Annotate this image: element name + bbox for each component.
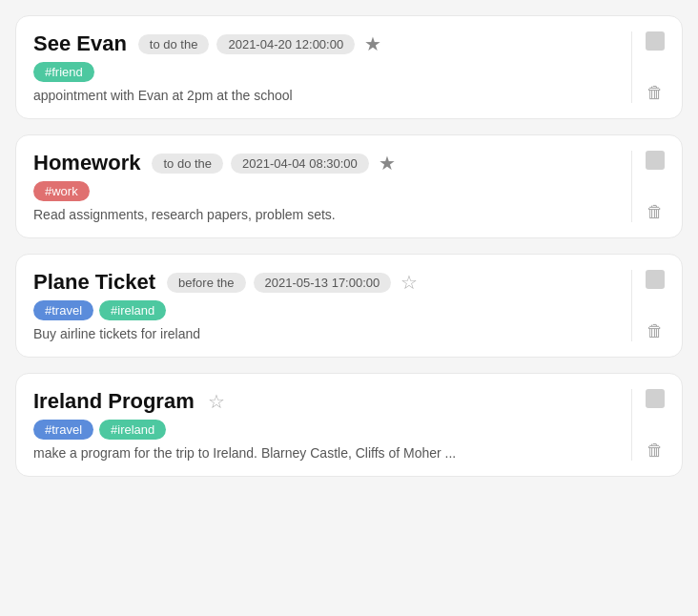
task-datetime-pill: 2021-04-20 12:00:00 <box>216 34 355 54</box>
task-description: appointment with Evan at 2pm at the scho… <box>33 88 618 103</box>
task-qualifier-pill: to do the <box>138 34 210 54</box>
tags-row: #work <box>33 181 618 201</box>
task-title: See Evan <box>33 31 127 56</box>
tags-row: #friend <box>33 62 618 82</box>
trash-icon[interactable]: 🗑 <box>647 202 664 222</box>
task-checkbox[interactable] <box>646 151 665 170</box>
task-actions: 🗑 <box>631 270 665 341</box>
task-qualifier-pill: before the <box>167 273 246 293</box>
task-actions: 🗑 <box>631 31 665 103</box>
task-datetime-pill: 2021-04-04 08:30:00 <box>231 154 369 174</box>
task-actions: 🗑 <box>631 151 665 222</box>
task-title: Homework <box>33 151 140 175</box>
task-actions: 🗑 <box>631 389 665 461</box>
task-qualifier-pill: to do the <box>152 154 223 174</box>
task-description: make a program for the trip to Ireland. … <box>33 445 618 461</box>
tags-row: #travel#ireland <box>33 300 618 320</box>
task-card-1: See Evanto do the2021-04-20 12:00:00★#fr… <box>15 15 683 119</box>
star-icon[interactable]: ☆ <box>400 271 418 294</box>
task-checkbox[interactable] <box>646 270 665 289</box>
tags-row: #travel#ireland <box>33 420 618 440</box>
task-card-4: Ireland Program☆#travel#irelandmake a pr… <box>15 373 683 477</box>
star-icon[interactable]: ★ <box>379 152 396 175</box>
tag-travel: #travel <box>33 420 93 440</box>
task-title: Ireland Program <box>33 389 195 414</box>
trash-icon[interactable]: 🗑 <box>647 441 664 461</box>
task-main-3: Plane Ticketbefore the2021-05-13 17:00:0… <box>33 270 618 341</box>
task-header-3: Plane Ticketbefore the2021-05-13 17:00:0… <box>33 270 618 295</box>
task-checkbox[interactable] <box>646 31 665 51</box>
task-main-1: See Evanto do the2021-04-20 12:00:00★#fr… <box>33 31 618 103</box>
task-card-3: Plane Ticketbefore the2021-05-13 17:00:0… <box>15 254 683 358</box>
task-datetime-pill: 2021-05-13 17:00:00 <box>254 273 392 293</box>
tag-friend: #friend <box>33 62 94 82</box>
task-title: Plane Ticket <box>33 270 155 295</box>
task-checkbox[interactable] <box>646 389 665 408</box>
task-header-2: Homeworkto do the2021-04-04 08:30:00★ <box>33 151 618 175</box>
trash-icon[interactable]: 🗑 <box>647 83 664 103</box>
task-card-2: Homeworkto do the2021-04-04 08:30:00★#wo… <box>15 134 683 238</box>
task-list: See Evanto do the2021-04-20 12:00:00★#fr… <box>15 15 683 477</box>
tag-travel: #travel <box>33 300 93 320</box>
task-main-4: Ireland Program☆#travel#irelandmake a pr… <box>33 389 618 461</box>
task-header-4: Ireland Program☆ <box>33 389 618 414</box>
tag-work: #work <box>33 181 90 201</box>
star-icon[interactable]: ★ <box>364 32 381 55</box>
task-description: Read assignments, research papers, probl… <box>33 207 618 222</box>
tag-ireland: #ireland <box>99 420 166 440</box>
tag-ireland: #ireland <box>99 300 166 320</box>
star-icon[interactable]: ☆ <box>208 390 225 413</box>
task-header-1: See Evanto do the2021-04-20 12:00:00★ <box>33 31 618 56</box>
trash-icon[interactable]: 🗑 <box>647 321 664 341</box>
task-description: Buy airline tickets for ireland <box>33 326 618 341</box>
task-main-2: Homeworkto do the2021-04-04 08:30:00★#wo… <box>33 151 618 222</box>
